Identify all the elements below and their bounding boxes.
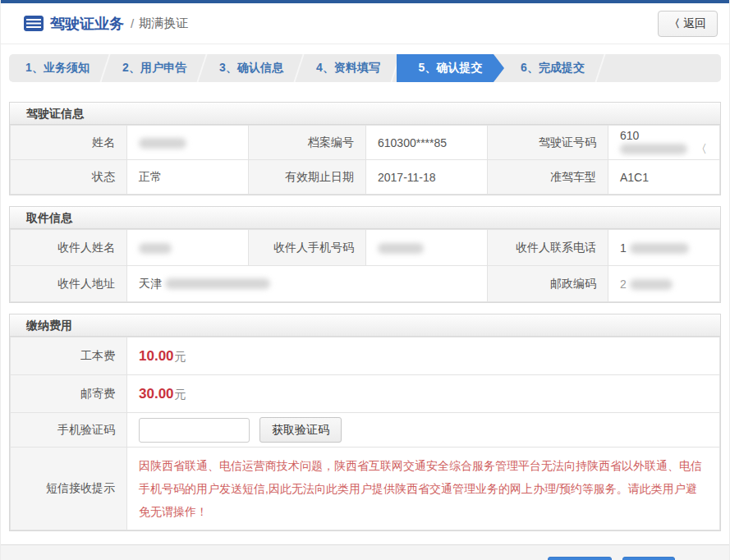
- fees-section: 缴纳费用 工本费 10.00元 邮寄费 30.00元 手机验证码 获取验证码: [9, 314, 721, 531]
- sms-notice-cell: 因陕西省联通、电信运营商技术问题，陕西省互联网交通安全综合服务管理平台无法向持陕…: [127, 448, 720, 530]
- vehicle-class-value: A1C1: [608, 160, 720, 195]
- sms-code-label: 手机验证码: [11, 413, 127, 448]
- pickup-info-section: 取件信息 收件人姓名 收件人手机号码 收件人联系电话 1 收件人地址 天津 邮政…: [9, 206, 721, 303]
- sms-code-input[interactable]: [139, 418, 250, 443]
- step-confirm-info: 3、确认信息: [203, 54, 300, 82]
- step-user-declaration: 2、用户申告: [106, 54, 203, 82]
- back-button[interactable]: 〈 返回: [658, 11, 718, 37]
- finish-button[interactable]: 完成: [622, 557, 675, 560]
- fees-section-title: 缴纳费用: [10, 314, 720, 337]
- page-subtitle: 期满换证: [139, 16, 188, 31]
- chevron-left-icon: 〈: [669, 16, 680, 31]
- step-fill-data: 4、资料填写: [300, 54, 397, 82]
- mailing-fee-value: 30.00元: [127, 375, 720, 413]
- recipient-address-label: 收件人地址: [11, 266, 127, 302]
- footer-bar: 上一步 完成: [1, 544, 729, 560]
- license-info-section: 驾驶证信息 姓名 档案编号 610300****85 驾驶证号码 610〈 状态…: [9, 102, 721, 195]
- postal-code-value: 2: [608, 266, 720, 302]
- sms-notice-text: 因陕西省联通、电信运营商技术问题，陕西省互联网交通安全综合服务管理平台无法向持陕…: [139, 454, 708, 523]
- sms-notice-label: 短信接收提示: [11, 448, 127, 530]
- redacted-value: [630, 243, 689, 254]
- license-number-value: 610〈: [608, 126, 720, 160]
- vehicle-class-label: 准驾车型: [488, 160, 608, 195]
- breadcrumb-separator: /: [131, 16, 134, 30]
- expiry-date-label: 有效期止日期: [249, 160, 366, 195]
- back-button-label: 返回: [683, 16, 706, 31]
- sms-code-cell: 获取验证码: [127, 413, 720, 448]
- redacted-value: [139, 243, 172, 254]
- redacted-value: [165, 278, 270, 289]
- production-fee-label: 工本费: [11, 337, 127, 375]
- wizard-steps: 1、业务须知 2、用户申告 3、确认信息 4、资料填写 5、确认提交 6、完成提…: [9, 54, 721, 82]
- recipient-phone-value: 1: [608, 230, 720, 266]
- redacted-value: [620, 144, 687, 154]
- get-code-button[interactable]: 获取验证码: [259, 417, 342, 443]
- pickup-section-title: 取件信息: [10, 207, 720, 229]
- name-label: 姓名: [11, 126, 127, 160]
- production-fee-value: 10.00元: [127, 337, 720, 375]
- expiry-date-value: 2017-11-18: [366, 160, 488, 195]
- page-header: 驾驶证业务 / 期满换证 〈 返回: [1, 3, 729, 44]
- step-business-notice: 1、业务须知: [9, 54, 106, 82]
- status-value: 正常: [127, 160, 249, 195]
- mailing-fee-label: 邮寄费: [11, 375, 127, 413]
- step-confirm-submit: 5、确认提交: [397, 54, 504, 82]
- previous-step-button[interactable]: 上一步: [548, 557, 612, 560]
- license-number-label: 驾驶证号码: [488, 126, 608, 160]
- redacted-value: [378, 243, 424, 254]
- redacted-value: [630, 279, 673, 290]
- license-section-title: 驾驶证信息: [10, 103, 720, 125]
- recipient-name-value: [127, 230, 249, 266]
- step-complete-submit: 6、完成提交: [504, 54, 601, 82]
- redacted-value: [139, 138, 186, 149]
- page-title: 驾驶证业务: [50, 14, 124, 34]
- postal-code-label: 邮政编码: [488, 266, 608, 302]
- file-number-value: 610300****85: [366, 126, 488, 160]
- name-value: [127, 126, 249, 160]
- recipient-mobile-value: [366, 230, 488, 266]
- list-icon: [24, 16, 44, 31]
- page: 驾驶证业务 / 期满换证 〈 返回 1、业务须知 2、用户申告 3、确认信息 4…: [0, 0, 730, 560]
- recipient-name-label: 收件人姓名: [11, 230, 127, 266]
- recipient-phone-label: 收件人联系电话: [488, 230, 608, 266]
- status-label: 状态: [11, 160, 127, 195]
- recipient-mobile-label: 收件人手机号码: [249, 230, 366, 266]
- file-number-label: 档案编号: [249, 126, 366, 160]
- recipient-address-value: 天津: [127, 266, 488, 302]
